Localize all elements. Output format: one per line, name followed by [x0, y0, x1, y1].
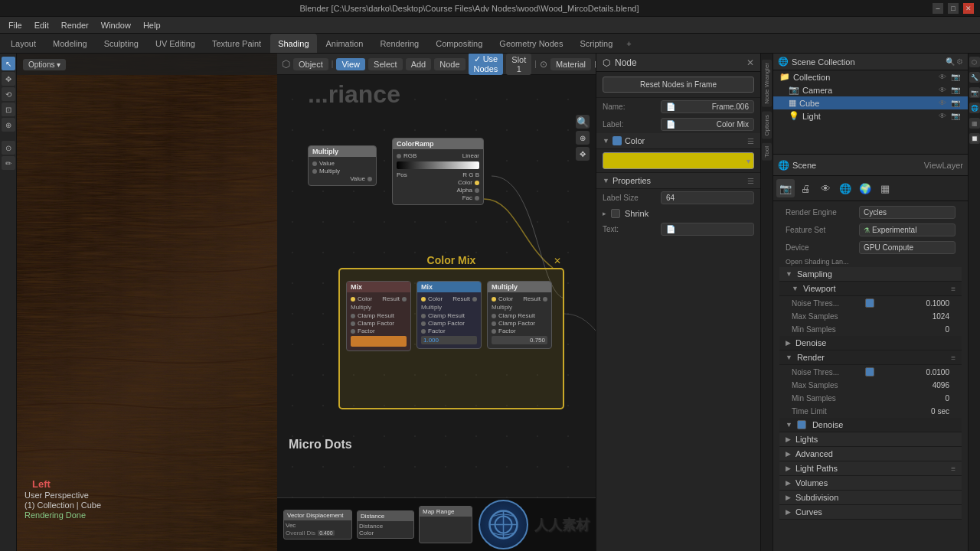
viewport-3d[interactable]: Options ▾ User Perspective (1) Collectio… — [17, 54, 277, 551]
far-btn-2[interactable]: 🔧 — [969, 72, 980, 83]
label-input[interactable]: 📄 Color Mix — [661, 118, 754, 131]
menu-render[interactable]: Render — [56, 19, 94, 31]
factor-value-2[interactable]: 1.000 — [421, 336, 477, 344]
mini-node-vector-displacement[interactable]: Vector Displacement Vec Overall Dis 0.40… — [283, 510, 352, 540]
collection-vis-icon[interactable]: 👁 — [937, 73, 948, 81]
viewport-options-btn[interactable]: Options ▾ — [23, 59, 66, 70]
tab-texture-paint[interactable]: Texture Paint — [204, 34, 269, 53]
settings-icon[interactable]: ⚙ — [956, 57, 963, 66]
far-btn-1[interactable]: ⬡ — [969, 57, 980, 67]
view-btn[interactable]: View — [336, 58, 365, 70]
node-colorramp[interactable]: ColorRamp RGB Linear Pos R G B Color Alp… — [392, 138, 484, 205]
menu-help[interactable]: Help — [138, 19, 166, 31]
pan-btn[interactable]: ✥ — [576, 147, 590, 161]
tool-rotate[interactable]: ⟲ — [2, 87, 15, 101]
far-btn-4[interactable]: 🌐 — [969, 103, 980, 113]
denoise-1-section[interactable]: ▶ Denoise — [779, 336, 962, 350]
render-noise-checkbox[interactable] — [865, 367, 874, 377]
outliner-camera[interactable]: 📷 Camera 👁 📷 — [773, 83, 968, 96]
tool-cursor[interactable]: ⊙ — [2, 141, 15, 155]
light-vis-icon[interactable]: 👁 — [937, 112, 948, 120]
mini-node-distance[interactable]: Distance Distance Color — [357, 510, 414, 539]
color-section-header[interactable]: ▼ Color ☰ — [596, 133, 760, 149]
render-engine-select[interactable]: Cycles — [859, 206, 956, 219]
collection-render-icon[interactable]: 📷 — [949, 73, 962, 81]
tool-move[interactable]: ✥ — [2, 72, 15, 86]
cube-render-icon[interactable]: 📷 — [949, 99, 962, 107]
tool-annotate[interactable]: ✏ — [2, 156, 15, 170]
curves-section[interactable]: ▶ Curves — [779, 505, 962, 520]
add-btn[interactable]: Add — [406, 58, 432, 70]
prop-icon-scene[interactable]: 🌐 — [836, 179, 854, 197]
tab-modeling[interactable]: Modeling — [45, 34, 95, 53]
zoom-in-btn[interactable]: 🔍 — [576, 115, 590, 129]
zoom-out-btn[interactable]: ⊕ — [576, 131, 590, 145]
frame-mix-node-2[interactable]: Mix ColorResult Multiply Clamp Result Cl… — [416, 281, 482, 349]
add-workspace-button[interactable]: + — [622, 34, 635, 53]
minimize-button[interactable]: – — [933, 3, 943, 14]
denoise-2-checkbox[interactable] — [797, 420, 806, 429]
object-mode-btn[interactable]: Object — [293, 58, 328, 70]
tool-tab[interactable]: Tool — [762, 143, 772, 161]
tab-sculpting[interactable]: Sculpting — [96, 34, 146, 53]
color-swatch[interactable]: ▾ — [603, 152, 754, 169]
far-btn-5[interactable]: ▦ — [969, 118, 980, 129]
factor-value-3[interactable]: 0.750 — [492, 336, 547, 344]
colorramp-gradient[interactable] — [397, 161, 479, 169]
properties-menu-icon[interactable]: ☰ — [747, 177, 754, 185]
tool-select[interactable]: ↖ — [2, 57, 15, 70]
shrink-checkbox[interactable] — [611, 209, 620, 218]
prop-icon-world[interactable]: 🌍 — [856, 179, 874, 197]
tab-uv-editing[interactable]: UV Editing — [148, 34, 203, 53]
tab-rendering[interactable]: Rendering — [372, 34, 426, 53]
reset-nodes-btn[interactable]: Reset Nodes in Frame — [603, 77, 754, 93]
camera-render-icon[interactable]: 📷 — [949, 86, 962, 94]
close-button[interactable]: ✕ — [963, 3, 974, 14]
menu-file[interactable]: File — [3, 19, 28, 31]
sampling-section[interactable]: ▼ Sampling — [779, 267, 962, 282]
tool-add[interactable]: ⊕ — [2, 118, 15, 132]
factor-slider-1[interactable] — [351, 336, 407, 347]
node-btn[interactable]: Node — [434, 58, 465, 70]
device-select[interactable]: GPU Compute — [859, 241, 956, 254]
tab-animation[interactable]: Animation — [318, 34, 371, 53]
tool-scale[interactable]: ⊡ — [2, 103, 15, 116]
outliner-collection[interactable]: 📁 Collection 👁 📷 — [773, 70, 968, 83]
use-nodes-btn[interactable]: ✓ Use Nodes — [469, 54, 504, 75]
prop-icon-view[interactable]: 👁 — [816, 179, 835, 197]
cube-vis-icon[interactable]: 👁 — [937, 99, 948, 107]
tab-layout[interactable]: Layout — [3, 34, 44, 53]
outliner-cube[interactable]: ▦ Cube 👁 📷 — [773, 96, 968, 109]
name-input[interactable]: 📄 Frame.006 — [661, 100, 754, 113]
advanced-section[interactable]: ▶ Advanced — [779, 447, 962, 461]
render-subsection[interactable]: ▼ Render ≡ — [779, 350, 962, 365]
lights-section[interactable]: ▶ Lights — [779, 432, 962, 447]
far-btn-3[interactable]: 📷 — [969, 87, 980, 98]
label-size-input[interactable]: 64 — [661, 191, 754, 204]
outliner-light[interactable]: 💡 Light 👁 📷 — [773, 109, 968, 122]
prop-icon-render[interactable]: 📷 — [776, 179, 795, 197]
prop-icon-output[interactable]: 🖨 — [796, 179, 815, 197]
frame-multiply-node[interactable]: Multiply ColorResult Multiply Clamp Resu… — [487, 281, 552, 349]
text-input[interactable]: 📄 — [661, 223, 754, 236]
light-render-icon[interactable]: 📷 — [949, 112, 962, 120]
denoise-2-section[interactable]: ▼ Denoise — [779, 418, 962, 432]
material-btn[interactable]: Material — [550, 58, 591, 70]
noise-thresh-checkbox[interactable] — [865, 298, 874, 308]
tab-geometry-nodes[interactable]: Geometry Nodes — [492, 34, 570, 53]
color-checkbox[interactable] — [612, 136, 622, 145]
frame-close-btn[interactable]: ✕ — [554, 256, 561, 266]
far-btn-6[interactable]: 🔲 — [969, 133, 980, 144]
feature-set-select[interactable]: ⚗ Experimental — [859, 223, 956, 236]
node-panel-close[interactable]: ✕ — [746, 57, 754, 68]
node-editor[interactable]: ⬡ Object | View Select Add Node ✓ Use No… — [277, 54, 596, 551]
frame-mix-node-1[interactable]: Mix ColorResult Multiply Clamp Result Cl… — [346, 281, 411, 351]
filter-icon[interactable]: 🔍 — [946, 57, 955, 66]
menu-edit[interactable]: Edit — [29, 19, 54, 31]
maximize-button[interactable]: □ — [948, 3, 959, 14]
volumes-section[interactable]: ▶ Volumes — [779, 476, 962, 491]
properties-section-header[interactable]: ▼ Properties ☰ — [596, 173, 760, 189]
tab-shading[interactable]: Shading — [270, 34, 316, 53]
light-paths-section[interactable]: ▶ Light Paths ≡ — [779, 461, 962, 476]
options-tab[interactable]: Options — [762, 112, 772, 139]
